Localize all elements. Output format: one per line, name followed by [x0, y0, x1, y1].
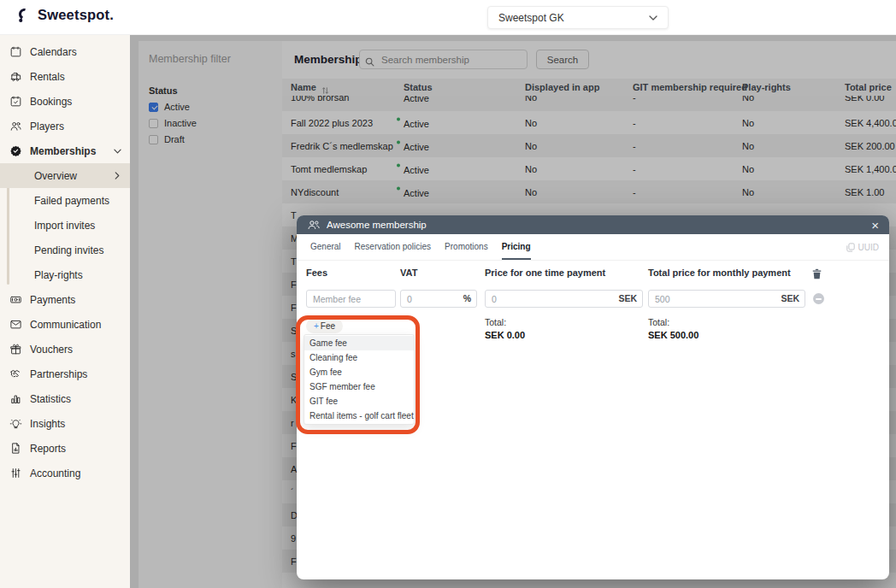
sidebar-item-pending-invites[interactable]: Pending invites	[0, 238, 130, 262]
one-time-total: Total: SEK 0.00	[485, 317, 525, 340]
chevron-right-icon	[115, 172, 120, 179]
handshake-icon	[9, 368, 22, 381]
fee-dropdown-menu: Game feeCleaning feeGym feeSGF member fe…	[304, 334, 415, 425]
sidebar-item-memberships[interactable]: Memberships	[0, 138, 130, 163]
fee-option-game-fee[interactable]: Game fee	[304, 336, 414, 350]
chevron-down-icon	[649, 15, 657, 21]
sidebar-item-bookings[interactable]: Bookings	[0, 89, 130, 114]
sidebar-subitem-label: Import invites	[34, 220, 95, 232]
sidebar-item-label: Communication	[30, 319, 101, 331]
sidebar-item-overview[interactable]: Overview	[0, 163, 130, 188]
fees-column-label: Fees	[306, 268, 327, 278]
tab-promotions[interactable]: Promotions	[445, 234, 488, 260]
monthly-total: Total: SEK 500.00	[648, 317, 699, 340]
badge-check-icon	[9, 144, 22, 158]
vat-column-label: VAT	[400, 268, 417, 278]
total-label: Total:	[648, 317, 699, 327]
sidebar-item-vouchers[interactable]: Vouchers	[0, 337, 130, 362]
sidebar: CalendarsRentalsBookingsPlayersMembershi…	[0, 34, 130, 588]
modal-header: Awesome membership ×	[297, 215, 889, 234]
envelope-icon	[9, 318, 22, 332]
sidebar-item-import-invites[interactable]: Import invites	[0, 213, 130, 238]
uuid-copy-button[interactable]: UUID	[846, 234, 879, 260]
close-icon[interactable]: ×	[869, 219, 881, 232]
sek-suffix-monthly: SEK	[781, 293, 799, 303]
sweetspot-logo-icon	[15, 7, 32, 23]
tab-pricing[interactable]: Pricing	[502, 234, 531, 260]
sidebar-item-label: Bookings	[30, 96, 72, 108]
copy-icon	[846, 243, 855, 252]
bar-chart-icon	[9, 392, 22, 406]
total-value: SEK 500.00	[648, 330, 699, 340]
sek-suffix-one-time: SEK	[618, 293, 637, 303]
member-fee-input[interactable]	[306, 290, 396, 308]
sidebar-item-communication[interactable]: Communication	[0, 312, 130, 337]
modal-title: Awesome membership	[327, 220, 427, 230]
sidebar-subitem-label: Play-rights	[34, 269, 83, 281]
sliders-icon	[9, 467, 22, 480]
total-label: Total:	[485, 317, 525, 327]
fee-option-git-fee[interactable]: GIT fee	[304, 394, 414, 409]
sidebar-subitem-label: Failed payments	[34, 195, 109, 207]
sidebar-item-reports[interactable]: Reports	[0, 436, 130, 461]
fee-option-gym-fee[interactable]: Gym fee	[304, 365, 414, 379]
gift-icon	[9, 343, 22, 356]
fee-option-sgf-member-fee[interactable]: SGF member fee	[304, 379, 414, 394]
people-icon	[9, 120, 22, 133]
sidebar-item-label: Memberships	[30, 145, 96, 157]
sidebar-item-label: Statistics	[30, 393, 71, 405]
tab-general[interactable]: General	[310, 234, 341, 260]
add-fee-label: Fee	[321, 321, 335, 331]
sidebar-item-label: Players	[30, 121, 64, 132]
sidebar-item-statistics[interactable]: Statistics	[0, 386, 130, 411]
sidebar-item-label: Vouchers	[30, 344, 73, 356]
sidebar-item-players[interactable]: Players	[0, 114, 130, 138]
sidebar-item-accounting[interactable]: Accounting	[0, 461, 130, 485]
app-header: Sweetspot. Sweetspot GK	[0, 0, 896, 35]
sidebar-subitem-label: Overview	[34, 170, 77, 182]
add-fee-button[interactable]: +Fee	[306, 319, 343, 333]
one-time-column-label: Price for one time payment	[485, 268, 605, 278]
club-selector-dropdown[interactable]: Sweetspot GK	[487, 6, 669, 29]
modal-tabs: GeneralReservation policiesPromotionsPri…	[297, 234, 889, 261]
lightbulb-icon	[9, 417, 22, 431]
members-icon	[308, 220, 320, 230]
tab-reservation-policies[interactable]: Reservation policies	[355, 234, 432, 260]
sidebar-item-partnerships[interactable]: Partnerships	[0, 362, 130, 386]
membership-modal: Awesome membership × GeneralReservation …	[297, 215, 889, 579]
calendar-check-icon	[9, 95, 22, 109]
sidebar-item-label: Insights	[30, 418, 65, 430]
sidebar-item-label: Partnerships	[30, 368, 87, 380]
percent-suffix: %	[463, 293, 471, 303]
uuid-label: UUID	[858, 243, 879, 252]
sidebar-item-rentals[interactable]: Rentals	[0, 64, 130, 89]
sweetspot-logo: Sweetspot.	[15, 7, 114, 23]
sidebar-item-label: Rentals	[30, 71, 65, 83]
plus-icon: +	[314, 321, 319, 331]
sidebar-item-payments[interactable]: Payments	[0, 287, 130, 312]
monthly-column-label: Total price for monthly payment	[648, 268, 791, 278]
fee-option-rental-items-golf-cart-fleet[interactable]: Rental items - golf cart fleet	[304, 409, 414, 423]
sidebar-item-play-rights[interactable]: Play-rights	[0, 262, 130, 287]
memberships-submenu: OverviewFailed paymentsImport invitesPen…	[0, 163, 130, 287]
golf-cart-icon	[9, 70, 22, 84]
total-value: SEK 0.00	[485, 330, 525, 340]
calendar-icon	[9, 45, 22, 59]
fee-option-cleaning-fee[interactable]: Cleaning fee	[304, 350, 414, 365]
sidebar-item-label: Payments	[30, 294, 75, 306]
remove-row-icon[interactable]	[813, 293, 824, 304]
delete-fee-row-icon[interactable]	[812, 268, 822, 283]
banknote-icon	[9, 293, 22, 307]
sidebar-item-label: Reports	[30, 443, 66, 455]
chevron-down-icon	[114, 149, 121, 154]
document-icon	[9, 442, 22, 456]
sidebar-item-insights[interactable]: Insights	[0, 411, 130, 436]
sidebar-item-failed-payments[interactable]: Failed payments	[0, 188, 130, 213]
sidebar-item-calendars[interactable]: Calendars	[0, 39, 130, 64]
modal-pricing-body: Fees VAT Price for one time payment Tota…	[297, 261, 889, 579]
sidebar-subitem-label: Pending invites	[34, 244, 103, 256]
sidebar-item-label: Accounting	[30, 467, 80, 479]
sidebar-item-label: Calendars	[30, 46, 77, 58]
club-selector-value: Sweetspot GK	[498, 12, 564, 24]
logo-text: Sweetspot.	[38, 7, 114, 23]
